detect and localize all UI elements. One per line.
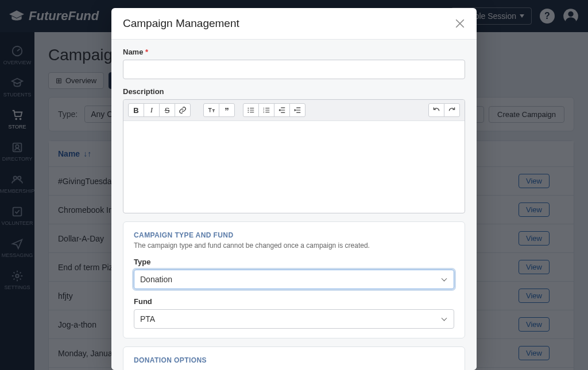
indent-icon [293, 106, 301, 114]
donation-options-panel: DONATION OPTIONS Amount [123, 346, 465, 370]
svg-point-11 [247, 108, 249, 109]
quote-icon: ” [225, 106, 229, 115]
redo-icon [448, 106, 456, 114]
svg-point-13 [247, 112, 249, 113]
strike-button[interactable]: S [159, 103, 175, 117]
type-fund-heading: CAMPAIGN TYPE AND FUND [134, 231, 454, 239]
undo-button[interactable] [428, 103, 444, 117]
campaign-modal: Campaign Management Name * Description B… [111, 8, 477, 370]
type-size-icon [207, 106, 215, 114]
close-icon[interactable] [455, 18, 465, 29]
type-fund-panel: CAMPAIGN TYPE AND FUND The campaign type… [123, 221, 465, 338]
ordered-list-button[interactable]: 123 [258, 103, 274, 117]
editor-textarea[interactable] [123, 121, 465, 213]
name-label: Name * [123, 48, 465, 56]
bold-button[interactable]: B [128, 103, 144, 117]
bullet-list-button[interactable] [243, 103, 259, 117]
link-icon [179, 106, 187, 114]
outdent-button[interactable] [274, 103, 290, 117]
svg-point-12 [247, 110, 249, 111]
outdent-icon [278, 106, 286, 114]
modal-title: Campaign Management [123, 17, 239, 30]
type-select[interactable]: Donation [134, 270, 454, 289]
italic-button[interactable]: I [144, 103, 160, 117]
description-label: Description [123, 87, 465, 96]
svg-text:3: 3 [263, 111, 264, 114]
fund-label: Fund [134, 297, 454, 306]
undo-icon [432, 106, 440, 114]
donation-heading: DONATION OPTIONS [134, 356, 454, 364]
link-button[interactable] [175, 103, 191, 117]
indent-button[interactable] [289, 103, 305, 117]
editor-toolbar: B I S ” [123, 100, 465, 121]
type-fund-subtext: The campaign type and fund cannot be cha… [134, 242, 454, 250]
heading-button[interactable] [203, 103, 219, 117]
description-editor: B I S ” [123, 99, 465, 213]
ul-icon [247, 106, 255, 114]
name-input[interactable] [123, 60, 465, 79]
ol-icon: 123 [262, 106, 270, 114]
fund-select[interactable]: PTA [134, 309, 454, 329]
quote-button[interactable]: ” [219, 103, 235, 117]
type-label: Type [134, 258, 454, 266]
redo-button[interactable] [444, 103, 460, 117]
